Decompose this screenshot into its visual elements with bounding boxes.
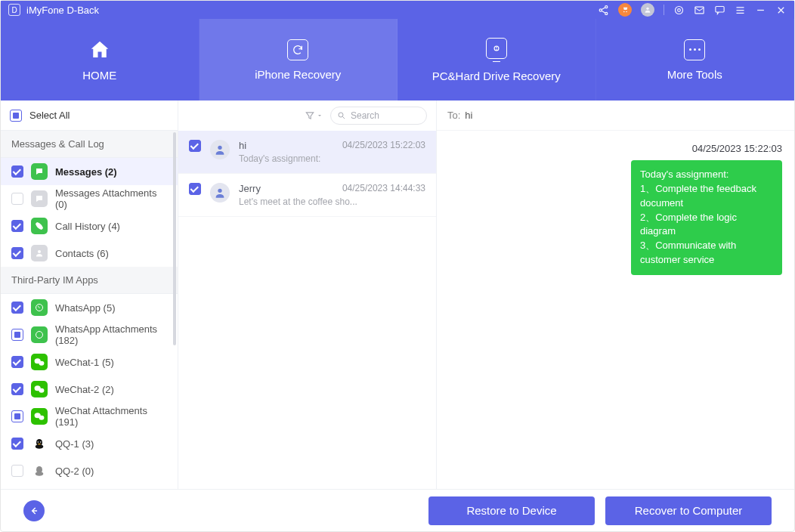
checkbox[interactable] <box>11 247 23 259</box>
mail-icon[interactable] <box>694 5 705 16</box>
checkbox[interactable] <box>11 465 23 477</box>
item-label: Call History (4) <box>55 221 120 232</box>
tab-iphone-label: iPhone Recovery <box>255 68 341 81</box>
item-label: Messages (2) <box>55 166 117 178</box>
thread-checkbox[interactable] <box>189 140 201 152</box>
item-label: WeChat-2 (2) <box>55 384 114 395</box>
svg-point-27 <box>218 146 221 150</box>
detail-timestamp: 04/25/2023 15:22:03 <box>449 143 782 154</box>
close-icon[interactable] <box>775 5 787 16</box>
filter-icon[interactable] <box>305 110 323 121</box>
sidebar-item-contacts[interactable]: Contacts (6) <box>1 240 178 267</box>
avatar-icon <box>210 183 230 203</box>
checkbox[interactable] <box>11 383 23 395</box>
sidebar-item-call-history[interactable]: Call History (4) <box>1 212 178 240</box>
checkbox[interactable] <box>11 410 23 422</box>
svg-point-10 <box>38 250 41 253</box>
thread-name: hi <box>239 140 246 151</box>
checkbox[interactable] <box>11 356 23 368</box>
sidebar-item-messages-attachments[interactable]: Messages Attachments (0) <box>1 185 178 212</box>
svg-point-28 <box>218 189 221 193</box>
svg-point-9 <box>496 49 496 50</box>
sidebar-item-qq-2[interactable]: QQ-2 (0) <box>1 457 178 484</box>
checkbox[interactable] <box>11 302 23 314</box>
item-label: WhatsApp Attachments (182) <box>55 323 167 346</box>
tab-iphone-recovery[interactable]: iPhone Recovery <box>200 19 398 101</box>
svg-point-5 <box>678 8 681 11</box>
sidebar-item-qq-1[interactable]: QQ-1 (3) <box>1 430 178 457</box>
account-icon[interactable] <box>641 3 654 17</box>
svg-point-2 <box>605 12 608 14</box>
sidebar: Select All Messages & Call Log Messages … <box>1 101 178 489</box>
search-placeholder: Search <box>351 110 379 121</box>
whatsapp-icon <box>31 299 48 316</box>
checkbox[interactable] <box>11 329 23 341</box>
item-label: WeChat Attachments (191) <box>55 405 167 428</box>
tab-home[interactable]: HOME <box>1 19 200 101</box>
item-label: QQ-1 (3) <box>55 438 94 450</box>
sidebar-item-whatsapp-attachments[interactable]: WhatsApp Attachments (182) <box>1 321 178 348</box>
section-messages-items: Messages (2) Messages Attachments (0) Ca… <box>1 158 178 267</box>
to-label: To: <box>447 110 460 121</box>
svg-point-21 <box>38 441 39 443</box>
sidebar-scrollbar[interactable] <box>173 132 176 487</box>
app-window: D iMyFone D-Back <box>0 0 795 532</box>
phone-icon <box>31 218 48 234</box>
item-label: Messages Attachments (0) <box>55 187 167 210</box>
item-label: QQ-2 (0) <box>55 466 94 477</box>
checkbox[interactable] <box>11 193 23 205</box>
restore-to-device-button[interactable]: Restore to Device <box>428 496 595 525</box>
share-icon[interactable] <box>598 5 609 16</box>
svg-point-12 <box>36 332 43 339</box>
section-messages-header: Messages & Call Log <box>1 131 178 158</box>
tab-home-label: HOME <box>82 69 116 82</box>
attachment-icon <box>31 190 48 207</box>
tab-pc-recovery[interactable]: PC&Hard Drive Recovery <box>398 19 596 101</box>
message-bubble: Today's assignment: 1、Complete the feedb… <box>631 160 782 275</box>
thread-timestamp: 04/25/2023 14:44:33 <box>342 183 425 194</box>
minimize-icon[interactable] <box>755 5 766 16</box>
svg-point-14 <box>39 361 44 366</box>
item-label: Contacts (6) <box>55 248 109 259</box>
svg-point-0 <box>605 5 608 8</box>
home-icon <box>87 39 113 61</box>
more-icon <box>684 39 705 60</box>
search-input[interactable]: Search <box>330 107 427 125</box>
wechat-icon <box>31 381 48 397</box>
refresh-icon <box>287 39 308 60</box>
settings-icon[interactable] <box>673 5 685 16</box>
checkbox[interactable] <box>11 220 23 232</box>
titlebar: D iMyFone D-Back <box>1 1 794 19</box>
thread-name: Jerry <box>239 183 261 194</box>
app-title: iMyFone D-Back <box>26 5 99 16</box>
back-button[interactable] <box>23 500 45 521</box>
svg-point-3 <box>646 8 648 10</box>
thread-item[interactable]: Jerry 04/25/2023 14:44:33 Let's meet at … <box>178 174 436 217</box>
select-all-row[interactable]: Select All <box>1 101 178 131</box>
message-detail: To: hi 04/25/2023 15:22:03 Today's assig… <box>437 101 794 489</box>
svg-point-23 <box>38 444 41 444</box>
thread-checkbox[interactable] <box>189 183 201 195</box>
detail-header: To: hi <box>437 101 794 131</box>
wechat-icon <box>31 354 48 370</box>
select-all-checkbox[interactable] <box>10 110 22 122</box>
sidebar-item-wechat-1[interactable]: WeChat-1 (5) <box>1 348 178 376</box>
arrow-left-icon <box>29 506 39 516</box>
wechat-icon <box>31 408 48 425</box>
cart-icon[interactable] <box>618 3 632 17</box>
sidebar-item-wechat-2[interactable]: WeChat-2 (2) <box>1 376 178 403</box>
section-im-header: Third-Party IM Apps <box>1 267 178 294</box>
tab-more-tools[interactable]: More Tools <box>596 19 795 101</box>
svg-point-26 <box>339 113 343 117</box>
footer: Restore to Device Recover to Computer <box>1 489 794 531</box>
recover-to-computer-button[interactable]: Recover to Computer <box>605 496 772 525</box>
sidebar-item-messages[interactable]: Messages (2) <box>1 158 178 185</box>
sidebar-item-whatsapp[interactable]: WhatsApp (5) <box>1 294 178 321</box>
feedback-icon[interactable] <box>714 5 725 16</box>
menu-icon[interactable] <box>735 5 746 16</box>
checkbox[interactable] <box>11 165 23 178</box>
sidebar-item-wechat-attachments[interactable]: WeChat Attachments (191) <box>1 403 178 430</box>
checkbox[interactable] <box>11 438 23 450</box>
monitor-icon <box>486 38 507 62</box>
thread-item[interactable]: hi 04/25/2023 15:22:03 Today's assignmen… <box>178 131 436 174</box>
